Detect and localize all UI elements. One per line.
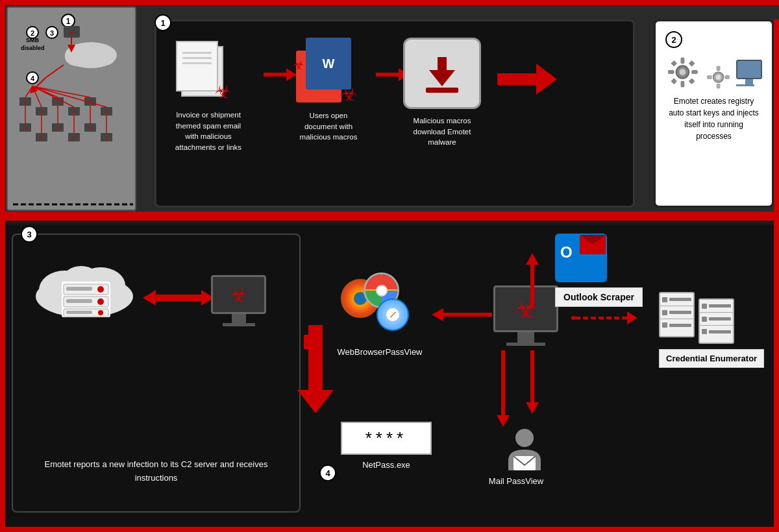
svg-text:☣: ☣ xyxy=(69,29,75,36)
credential-label: Credential Enumerator xyxy=(659,349,764,368)
email-papers: ☣ xyxy=(176,41,228,99)
svg-line-42 xyxy=(25,86,32,97)
password-dots: **** xyxy=(341,422,432,455)
svg-rect-58 xyxy=(426,88,458,93)
netpass-label: NetPass.exe xyxy=(341,460,432,470)
svg-rect-68 xyxy=(689,78,695,84)
svg-text:4: 4 xyxy=(31,75,35,82)
svg-rect-73 xyxy=(707,75,712,79)
bottom-section: 3 xyxy=(0,224,779,532)
svg-rect-67 xyxy=(671,78,677,84)
svg-point-70 xyxy=(716,75,721,80)
arrow-to-netpass xyxy=(526,350,539,414)
outlook-section: O Outlook Scraper xyxy=(555,234,643,307)
download-icon xyxy=(419,51,465,96)
svg-rect-57 xyxy=(438,57,447,71)
outer-top-border xyxy=(0,0,779,5)
biohazard-monitor3: ☣ xyxy=(230,284,247,306)
mail-passview-icon xyxy=(502,425,547,474)
left-border-line xyxy=(0,224,5,523)
right-border-bottom xyxy=(774,224,779,532)
step1-label3: Malicious macros download Emotet malware xyxy=(400,115,484,148)
email-section: ☣ Invoice or shipment themed spam email … xyxy=(176,41,241,153)
svg-rect-82 xyxy=(66,287,92,291)
arrow-to-browser xyxy=(432,308,492,321)
svg-point-11 xyxy=(65,48,91,66)
svg-point-87 xyxy=(98,310,103,315)
bottom-red-border xyxy=(0,212,779,217)
svg-text:☣: ☣ xyxy=(56,125,60,131)
svg-text:1: 1 xyxy=(66,17,71,26)
mailpass-section: Mail PassView xyxy=(493,425,555,486)
arrow1 xyxy=(264,68,297,81)
svg-rect-72 xyxy=(716,84,720,89)
top-section: 1 SMB disabled 2 3 4 ☣ xyxy=(0,0,779,221)
svg-line-16 xyxy=(45,65,64,78)
svg-text:3: 3 xyxy=(50,29,54,37)
dashed-arrow-credential xyxy=(571,311,637,324)
step3-box: 3 xyxy=(12,234,301,513)
outer-bottom-border xyxy=(0,527,779,532)
arrow-to-outlook xyxy=(526,253,539,307)
download-box xyxy=(403,38,481,109)
gear-icon1 xyxy=(665,54,700,90)
step2-label: Emotet creates registry auto start keys … xyxy=(665,95,762,142)
mail-person-icon xyxy=(493,425,555,474)
computer-icon xyxy=(736,60,762,90)
credential-section: Credential Enumerator xyxy=(659,292,764,368)
svg-rect-74 xyxy=(724,75,730,79)
cloud-server-section: ☣ xyxy=(26,254,312,313)
svg-rect-71 xyxy=(716,66,720,71)
biohazard-icon2b: ☣ xyxy=(293,57,304,73)
svg-rect-63 xyxy=(668,70,674,74)
svg-line-46 xyxy=(32,86,90,97)
step3-circle: 3 xyxy=(21,226,38,243)
svg-point-84 xyxy=(97,298,104,305)
infected-monitor-3: ☣ xyxy=(211,275,266,326)
svg-rect-65 xyxy=(671,60,677,67)
svg-text:☣: ☣ xyxy=(105,109,109,115)
svg-point-89 xyxy=(515,429,534,447)
svg-point-60 xyxy=(680,69,686,75)
step1-box: ☣ Invoice or shipment themed spam email … xyxy=(155,19,635,208)
svg-rect-66 xyxy=(689,60,695,67)
step2-box: 2 xyxy=(654,19,774,208)
step4-circle: 4 xyxy=(319,465,336,481)
svg-text:☣: ☣ xyxy=(40,109,44,115)
svg-text:☣: ☣ xyxy=(88,125,93,131)
step1-label2: Users open document with malicious macro… xyxy=(293,110,364,143)
mailpass-label: Mail PassView xyxy=(477,476,555,486)
right-border-line xyxy=(774,19,779,227)
gear-icon2 xyxy=(706,64,731,90)
svg-text:☣: ☣ xyxy=(23,99,28,105)
svg-point-81 xyxy=(97,286,104,293)
svg-text:☣: ☣ xyxy=(72,109,77,115)
svg-text:☣: ☣ xyxy=(40,135,44,141)
cloud-shape xyxy=(26,254,130,313)
svg-rect-88 xyxy=(66,311,92,314)
document-section: PDF W ☣ ☣ Users open document with malic… xyxy=(296,38,361,143)
step1-label1: Invoice or shipment themed spam email wi… xyxy=(169,110,247,153)
svg-text:2: 2 xyxy=(31,29,34,37)
browser-logos-container xyxy=(341,272,419,344)
svg-rect-62 xyxy=(680,81,684,88)
svg-text:☣: ☣ xyxy=(72,135,77,141)
step3-label: Emotet reports a new infection to its C2… xyxy=(13,458,299,485)
webbrowser-label: WebBrowserPassView xyxy=(334,347,425,357)
svg-rect-61 xyxy=(680,57,684,64)
mini-diagram-svg: 1 SMB disabled 2 3 4 ☣ xyxy=(13,13,133,208)
cloud-icon xyxy=(26,254,143,319)
big-arrow-step2 xyxy=(497,64,557,95)
netpass-section: **** NetPass.exe xyxy=(341,422,432,470)
svg-rect-85 xyxy=(66,299,92,303)
outer-left-border-top xyxy=(0,0,5,224)
svg-point-12 xyxy=(92,49,116,66)
svg-line-47 xyxy=(32,86,106,107)
credential-servers xyxy=(659,292,764,344)
browser-section: WebBrowserPassView xyxy=(341,272,425,357)
outlook-icon: O xyxy=(555,234,607,282)
gear-icons xyxy=(665,54,762,90)
svg-text:☣: ☣ xyxy=(23,125,28,131)
c2-arrows xyxy=(143,290,214,306)
biohazard-icon1: ☣ xyxy=(215,81,231,103)
